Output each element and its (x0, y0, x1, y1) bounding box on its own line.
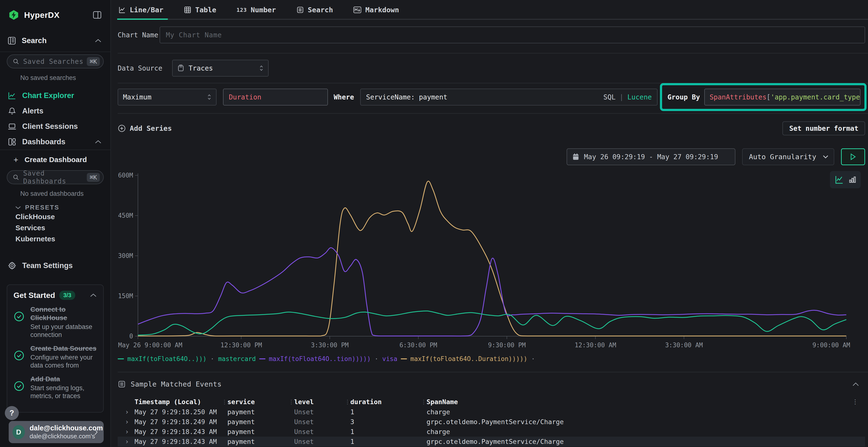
group-by-input[interactable]: SpanAttributes['app.payment.card_type'] (704, 89, 861, 105)
tab-markdown[interactable]: Markdown (353, 6, 399, 14)
user-menu[interactable]: D dale@clickhouse.com dale@clickhouse.co… (9, 421, 104, 443)
preset-item-kubernetes[interactable]: Kubernetes (0, 233, 111, 244)
get-started-item-partial[interactable] (13, 405, 97, 413)
search-section-icon (7, 36, 17, 45)
chart-line-icon (7, 91, 17, 100)
event-row[interactable]: ›May 27 9:29:18.250 AMpaymentUnset1charg… (118, 407, 865, 417)
tab-search[interactable]: Search (296, 6, 333, 14)
database-icon (178, 65, 184, 72)
series-line (138, 248, 846, 336)
get-started-item[interactable]: Create Data SourcesConfigure where your … (13, 344, 97, 370)
add-series-button[interactable]: Add Series (118, 124, 172, 133)
time-range-picker[interactable]: May 26 09:29:19 - May 27 09:29:19 (567, 148, 735, 165)
aggregation-select[interactable]: Maximum (118, 89, 217, 105)
chart-line-icon (118, 6, 126, 14)
preset-item-services[interactable]: Services (0, 222, 111, 233)
saved-dashboards-input[interactable]: Saved Dashboards ⌘K (7, 170, 104, 184)
lucene-mode-button[interactable]: Lucene (627, 93, 652, 101)
bar-chart-toggle-icon[interactable] (848, 176, 857, 184)
table-icon (184, 6, 191, 14)
legend-series-expr[interactable]: maxIf(toFloat64O..tion))))) (269, 355, 371, 363)
chevron-up-icon[interactable] (94, 38, 102, 43)
field-input[interactable]: Duration (223, 89, 328, 105)
sidebar-item-chart-explorer[interactable]: Chart Explorer (0, 88, 111, 103)
chart-name-label: Chart Name (118, 31, 160, 39)
chevron-up-icon[interactable] (90, 293, 97, 298)
svg-text:600M: 600M (118, 172, 133, 179)
line-chart-toggle-icon[interactable] (834, 175, 844, 184)
chart-name-input[interactable] (160, 27, 865, 43)
svg-text:6:30:00 PM: 6:30:00 PM (400, 342, 437, 349)
cell: payment (227, 438, 294, 445)
sql-mode-button[interactable]: SQL (603, 93, 616, 101)
svg-text:450M: 450M (118, 212, 133, 219)
tab-line-bar[interactable]: Line/Bar (118, 6, 163, 14)
aggregation-value: Maximum (123, 93, 151, 101)
svg-text:300M: 300M (118, 252, 133, 260)
chart-explorer-main: Line/Bar Table 123 Number Search (111, 0, 868, 447)
set-number-format-button[interactable]: Set number format (782, 122, 865, 135)
tab-label: Search (308, 6, 333, 14)
chevron-down-icon (15, 206, 21, 209)
expand-row-icon[interactable]: › (125, 438, 134, 446)
create-dashboard-label: Create Dashboard (25, 156, 87, 164)
svg-text:9:30:00 PM: 9:30:00 PM (488, 342, 526, 349)
sidebar-item-label: Client Sessions (22, 122, 78, 131)
chevron-up-icon[interactable] (94, 140, 102, 144)
tab-label: Markdown (365, 6, 399, 14)
sidebar-item-label: Dashboards (22, 138, 65, 146)
create-dashboard-button[interactable]: + Create Dashboard (0, 153, 111, 166)
legend-series-expr[interactable]: maxIf(toFloat64O..Duration))))) (410, 355, 527, 363)
chevron-up-icon[interactable] (852, 382, 859, 386)
cell: Unset (294, 408, 350, 416)
presets-toggle[interactable]: PRESETS (15, 204, 111, 211)
legend-separator: · (374, 355, 379, 363)
get-started-item[interactable]: Connect to ClickHouseSet up your databas… (13, 305, 97, 339)
tab-label: Table (195, 6, 216, 14)
column-header-level[interactable]: level (294, 398, 350, 406)
svg-text:0: 0 (129, 333, 133, 340)
help-button[interactable]: ? (5, 406, 19, 420)
legend-series-expr[interactable]: maxIf(toFloat64O..))) (127, 355, 207, 363)
task-title: Add Data (30, 375, 60, 383)
run-query-button[interactable] (841, 148, 865, 165)
column-header-service[interactable]: service (227, 398, 294, 406)
events-table-header: Timestamp (Local)serviceleveldurationSpa… (118, 397, 865, 407)
legend-group-label[interactable]: mastercard (218, 355, 256, 363)
where-input[interactable]: ServiceName: payment SQL | Lucene (360, 89, 657, 105)
column-header-duration[interactable]: duration (350, 398, 427, 406)
lang-divider: | (619, 93, 623, 101)
sidebar-item-team-settings[interactable]: Team Settings (0, 258, 111, 273)
expand-row-icon[interactable]: › (125, 408, 134, 416)
sidebar-item-label: Alerts (22, 107, 43, 115)
chart-canvas[interactable]: 0150M300M450M600MMay 26 9:00:00 AM12:30:… (118, 172, 863, 353)
tab-number[interactable]: 123 Number (237, 6, 276, 14)
get-started-item[interactable]: Add DataStart sending logs, metrics, or … (13, 375, 97, 400)
legend-group-label[interactable]: visa (382, 355, 397, 363)
shortcut-badge: ⌘K (87, 57, 100, 66)
number-123-icon: 123 (237, 7, 247, 13)
sidebar-item-alerts[interactable]: Alerts (0, 103, 111, 119)
saved-searches-input[interactable]: Saved Searches ⌘K (7, 55, 104, 68)
event-row[interactable]: ›May 27 9:29:18.249 AMpaymentUnset3grpc.… (118, 417, 865, 427)
chevron-updown-icon (259, 65, 264, 72)
data-source-select[interactable]: Traces (172, 60, 269, 77)
chart-display-toggle[interactable] (830, 171, 861, 188)
event-row[interactable]: ›May 27 9:29:18.243 AMpaymentUnset1grpc.… (118, 437, 865, 447)
expand-row-icon[interactable]: › (125, 428, 134, 436)
tab-table[interactable]: Table (184, 6, 216, 14)
expand-row-icon[interactable]: › (125, 418, 134, 426)
collapse-sidebar-icon[interactable] (93, 11, 102, 19)
granularity-select[interactable]: Auto Granularity (742, 148, 834, 165)
tab-label: Line/Bar (130, 6, 163, 14)
event-row[interactable]: ›May 27 9:29:18.243 AMpaymentUnset1charg… (118, 427, 865, 437)
sidebar-item-dashboards[interactable]: Dashboards (0, 134, 111, 149)
cell: Unset (294, 428, 350, 436)
column-options-icon[interactable]: ⋮ (852, 398, 858, 405)
progress-badge: 3/3 (59, 291, 75, 300)
preset-item-clickhouse[interactable]: ClickHouse (0, 211, 111, 222)
column-header-timestamp-local-[interactable]: Timestamp (Local) (134, 398, 227, 406)
sidebar-item-client-sessions[interactable]: Client Sessions (0, 119, 111, 134)
sidebar-section-search[interactable]: Search (0, 35, 111, 46)
column-header-spanname[interactable]: SpanName (427, 398, 865, 406)
